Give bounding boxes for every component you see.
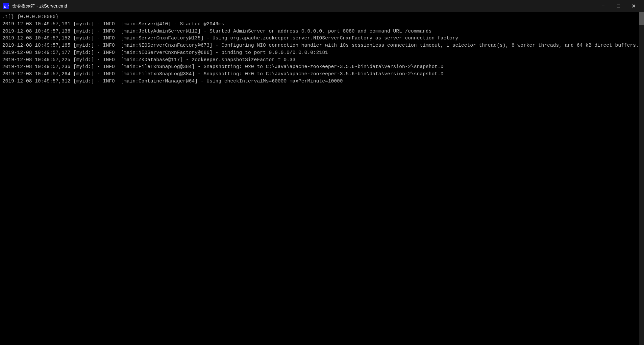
scrollbar[interactable] (639, 12, 644, 345)
minimize-button[interactable]: － (596, 0, 611, 12)
window-title: 命令提示符 - zkServer.cmd (12, 3, 596, 9)
scrollbar-thumb[interactable] (639, 12, 644, 25)
console-area: .1]} {0.0.0.0:8080} 2019-12-08 10:49:57,… (0, 12, 644, 345)
svg-text:C:\: C:\ (4, 5, 9, 9)
cmd-window: C:\ 命令提示符 - zkServer.cmd － □ ✕ .1]} {0.0… (0, 0, 644, 345)
console-output: .1]} {0.0.0.0:8080} 2019-12-08 10:49:57,… (2, 13, 642, 85)
title-bar: C:\ 命令提示符 - zkServer.cmd － □ ✕ (0, 0, 644, 12)
cmd-icon: C:\ (3, 3, 10, 10)
maximize-button[interactable]: □ (611, 0, 626, 12)
window-controls: － □ ✕ (596, 0, 641, 12)
close-button[interactable]: ✕ (626, 0, 641, 12)
